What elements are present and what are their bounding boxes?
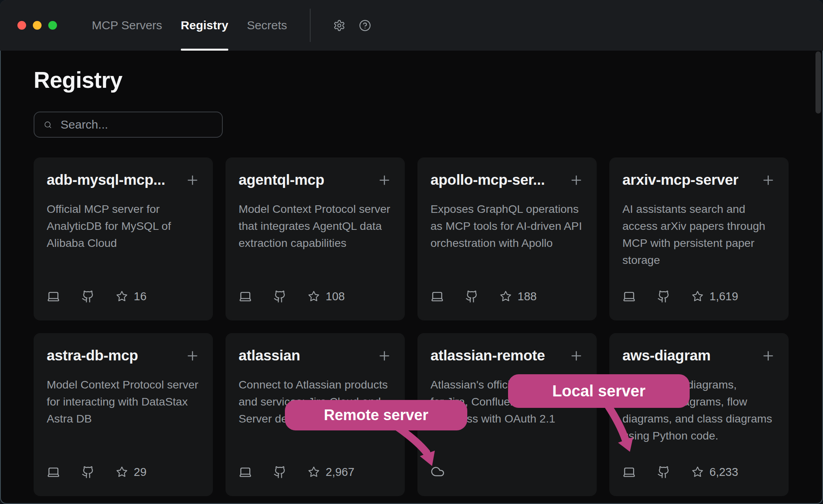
star-icon: [116, 466, 128, 478]
server-grid: adb-mysql-mcp... Official MCP server for…: [34, 157, 789, 496]
star-count: 188: [518, 290, 537, 303]
tab-secrets[interactable]: Secrets: [247, 0, 287, 51]
toolbar-divider: [310, 9, 311, 42]
plus-icon: [377, 349, 392, 363]
search-box[interactable]: [34, 112, 223, 138]
server-name: astra-db-mcp: [47, 347, 138, 364]
server-card-agentql-mcp[interactable]: agentql-mcp Model Context Protocol serve…: [226, 157, 405, 320]
add-server-button[interactable]: [761, 173, 776, 188]
laptop-icon: [430, 290, 444, 303]
laptop-icon: [239, 290, 252, 303]
star-icon: [308, 466, 320, 478]
star-count: 29: [134, 466, 146, 479]
minimize-button[interactable]: [33, 21, 42, 30]
tab-registry[interactable]: Registry: [181, 0, 228, 51]
server-name: apollo-mcp-ser...: [430, 172, 545, 188]
star-count-group: 16: [116, 290, 146, 303]
laptop-icon: [47, 465, 60, 479]
plus-icon: [377, 173, 392, 188]
search-input[interactable]: [60, 117, 214, 132]
title-bar: MCP Servers Registry Secrets: [0, 0, 823, 51]
github-icon[interactable]: [273, 466, 286, 479]
plus-icon: [569, 349, 584, 363]
star-count: 16: [134, 290, 146, 303]
star-count-group: 108: [308, 290, 345, 303]
server-card-apollo-mcp-server[interactable]: apollo-mcp-ser... Exposes GraphQL operat…: [417, 157, 597, 320]
star-icon: [500, 290, 512, 302]
app-window: MCP Servers Registry Secrets Registry ad…: [0, 0, 823, 504]
server-card-astra-db-mcp[interactable]: astra-db-mcp Model Context Protocol serv…: [34, 333, 213, 496]
plus-icon: [185, 173, 200, 188]
server-description: AI assistants search and access arXiv pa…: [622, 201, 776, 269]
remote-server-annotation: Remote server: [285, 400, 467, 430]
star-icon: [116, 290, 128, 302]
github-icon[interactable]: [82, 290, 95, 303]
close-button[interactable]: [17, 21, 26, 30]
server-name: atlassian: [239, 347, 300, 364]
star-icon: [308, 290, 320, 302]
star-count: 6,233: [709, 466, 738, 479]
server-card-aws-diagram[interactable]: aws-diagram Create AWS diagrams, sequenc…: [609, 333, 789, 496]
page-title: Registry: [34, 66, 789, 93]
star-icon: [692, 290, 704, 302]
github-icon[interactable]: [657, 290, 670, 303]
help-button[interactable]: [359, 19, 371, 32]
server-name: arxiv-mcp-server: [622, 172, 738, 188]
server-description: Model Context Protocol server for intera…: [47, 376, 200, 427]
star-count: 2,967: [326, 466, 355, 479]
plus-icon: [761, 173, 776, 188]
laptop-icon: [239, 465, 252, 479]
server-card-arxiv-mcp-server[interactable]: arxiv-mcp-server AI assistants search an…: [609, 157, 789, 320]
plus-icon: [185, 349, 200, 363]
server-description: Official MCP server for AnalyticDB for M…: [47, 201, 200, 252]
star-count: 1,619: [709, 290, 738, 303]
star-icon: [692, 466, 704, 478]
star-count-group: 188: [500, 290, 537, 303]
local-server-annotation: Local server: [508, 374, 690, 408]
add-server-button[interactable]: [377, 173, 392, 188]
server-name: atlassian-remote: [430, 347, 545, 364]
cloud-icon: [430, 464, 445, 479]
star-count-group: 29: [116, 466, 146, 479]
gear-icon: [333, 19, 345, 32]
laptop-icon: [622, 465, 636, 479]
zoom-button[interactable]: [48, 21, 57, 30]
server-name: adb-mysql-mcp...: [47, 172, 165, 188]
server-description: Exposes GraphQL operations as MCP tools …: [430, 201, 584, 252]
add-server-button[interactable]: [761, 349, 776, 363]
laptop-icon: [622, 290, 636, 303]
server-card-adb-mysql-mcp[interactable]: adb-mysql-mcp... Official MCP server for…: [34, 157, 213, 320]
main-nav: MCP Servers Registry Secrets: [92, 0, 287, 51]
github-icon[interactable]: [273, 290, 286, 303]
add-server-button[interactable]: [185, 173, 200, 188]
search-icon: [44, 119, 52, 130]
settings-button[interactable]: [333, 19, 345, 32]
add-server-button[interactable]: [377, 349, 392, 363]
star-count-group: 1,619: [692, 290, 738, 303]
add-server-button[interactable]: [185, 349, 200, 363]
add-server-button[interactable]: [569, 173, 584, 188]
github-icon[interactable]: [657, 466, 670, 479]
server-description: Model Context Protocol server that integ…: [239, 201, 392, 252]
plus-icon: [761, 349, 776, 363]
server-name: aws-diagram: [622, 347, 711, 364]
star-count-group: 2,967: [308, 466, 355, 479]
laptop-icon: [47, 290, 60, 303]
star-count: 108: [326, 290, 345, 303]
star-count-group: 6,233: [692, 466, 738, 479]
traffic-lights: [17, 21, 57, 30]
plus-icon: [569, 173, 584, 188]
scrollbar-thumb[interactable]: [815, 51, 821, 114]
github-icon[interactable]: [82, 466, 95, 479]
help-icon: [359, 19, 371, 32]
server-name: agentql-mcp: [239, 172, 324, 188]
github-icon[interactable]: [465, 290, 478, 303]
add-server-button[interactable]: [569, 349, 584, 363]
tab-mcp-servers[interactable]: MCP Servers: [92, 0, 162, 51]
